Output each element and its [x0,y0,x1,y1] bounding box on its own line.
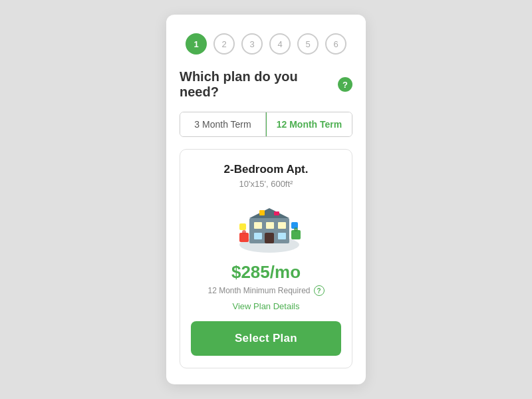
plan-card: 2-Bedroom Apt. 10'x15', 600ft² [180,149,352,368]
term-3-month-button[interactable]: 3 Month Term [180,112,266,136]
plan-name: 2-Bedroom Apt. [191,163,341,176]
svg-rect-15 [259,210,265,215]
plan-illustration [233,198,299,251]
question-help-icon[interactable]: ? [338,77,352,92]
step-6[interactable]: 6 [325,33,346,55]
question-row: Which plan do you need? ? [180,69,352,100]
main-card: 1 2 3 4 5 6 Which plan do you need? ? 3 … [166,15,366,384]
step-4[interactable]: 4 [269,33,291,55]
select-plan-button[interactable]: Select Plan [191,321,341,356]
min-required-help-icon[interactable]: ? [314,285,325,296]
svg-rect-3 [254,222,262,229]
steps-container: 1 2 3 4 5 6 [180,33,352,55]
question-title: Which plan do you need? [180,69,332,100]
svg-rect-6 [254,233,262,239]
term-12-month-button[interactable]: 12 Month Term [266,112,352,136]
step-5[interactable]: 5 [297,33,319,55]
step-3[interactable]: 3 [241,33,263,55]
svg-rect-11 [291,230,301,239]
plan-size: 10'x15', 600ft² [191,179,341,189]
step-2[interactable]: 2 [213,33,235,55]
min-required-row: 12 Month Minimum Required ? [191,285,341,296]
svg-rect-8 [265,233,274,243]
svg-rect-10 [239,223,246,230]
min-required-text: 12 Month Minimum Required [207,286,310,295]
plan-price: $285/mo [191,262,341,283]
svg-rect-5 [278,222,286,229]
svg-rect-4 [266,222,274,229]
term-toggle: 3 Month Term 12 Month Term [180,112,352,137]
svg-point-13 [242,230,246,234]
view-plan-details-link[interactable]: View Plan Details [233,301,300,311]
svg-rect-16 [274,211,279,215]
svg-rect-9 [239,233,249,242]
step-1[interactable]: 1 [186,33,207,55]
svg-rect-7 [278,233,286,239]
svg-point-14 [294,227,298,231]
svg-marker-2 [249,208,289,218]
